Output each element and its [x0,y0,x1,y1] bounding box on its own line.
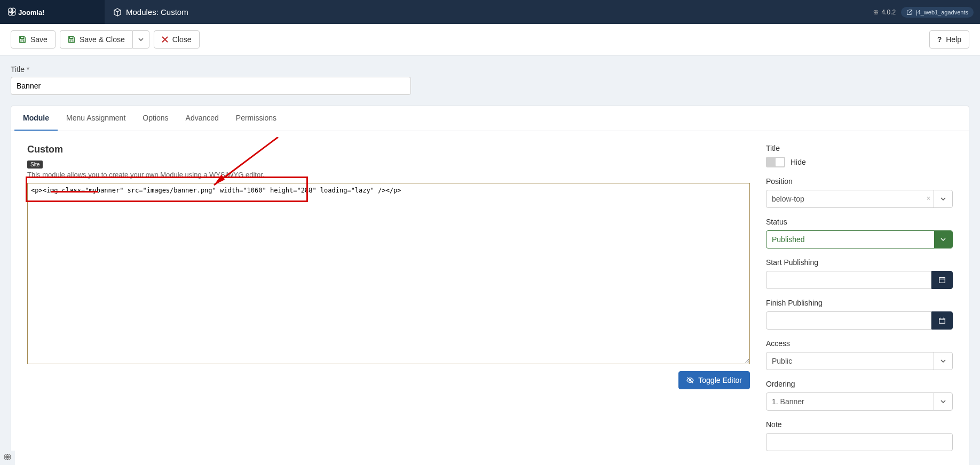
panel-right: Title Hide Position below-top × Stat [766,144,953,461]
chevron-down-icon [941,358,946,364]
status-label: Status [766,218,953,226]
chevron-down-icon [941,237,946,242]
title-toggle-switch[interactable] [766,157,785,167]
ordering-caret[interactable] [934,393,952,410]
content-area: Title * Module Menu Assignment Options A… [0,55,980,465]
save-close-group: Save & Close [60,30,149,49]
start-publishing-input[interactable] [766,271,931,289]
joomla-footer-icon [3,453,12,461]
brand-logo[interactable]: Joomla! [0,0,105,24]
external-link-icon [906,9,913,15]
position-caret[interactable] [934,190,952,207]
question-icon: ? [937,35,942,44]
svg-text:Joomla!: Joomla! [18,8,44,16]
position-label: Position [766,177,953,186]
position-clear[interactable]: × [923,190,934,207]
chevron-down-icon [941,399,946,404]
module-description: This module allows you to create your ow… [27,171,750,179]
page-title: Modules: Custom [126,7,188,17]
page-title-area: Modules: Custom [105,7,188,17]
save-close-dropdown[interactable] [132,30,149,49]
close-button[interactable]: Close [154,30,200,49]
tabs-container: Module Menu Assignment Options Advanced … [11,106,969,465]
site-link-pill[interactable]: j4_web1_agadvents [901,7,974,18]
tab-module[interactable]: Module [14,106,58,131]
chevron-down-icon [138,37,144,42]
position-select[interactable]: below-top × [766,190,953,208]
access-caret[interactable] [934,352,952,370]
title-toggle-text: Hide [791,158,806,166]
action-toolbar: Save Save & Close Close ? Help [0,24,980,55]
editor-textarea[interactable]: <p><img class="mybanner" src="images/ban… [27,183,750,364]
topbar-right: 4.0.2 j4_web1_agadvents [873,7,980,18]
status-select[interactable]: Published [766,230,953,248]
ordering-label: Ordering [766,380,953,388]
status-caret[interactable] [934,231,952,248]
svg-rect-13 [939,318,945,324]
topbar: Joomla! Modules: Custom 4.0.2 j4_web1_ag… [0,0,980,24]
toggle-editor-button[interactable]: Toggle Editor [678,371,750,389]
svg-point-8 [876,12,879,14]
version-indicator[interactable]: 4.0.2 [873,9,896,16]
chevron-down-icon [941,196,946,202]
save-icon [19,36,26,43]
save-close-button[interactable]: Save & Close [60,30,132,49]
tabbar: Module Menu Assignment Options Advanced … [11,106,969,131]
cube-icon [113,8,122,17]
help-button[interactable]: ? Help [929,30,969,49]
close-icon [162,36,168,43]
finish-publishing-calendar[interactable] [931,311,953,330]
title-toggle-label: Title [766,144,953,153]
tab-menu-assignment[interactable]: Menu Assignment [58,106,134,131]
start-publishing-calendar[interactable] [931,271,953,289]
finish-publishing-label: Finish Publishing [766,299,953,307]
svg-point-3 [11,11,15,15]
panel-left: Custom Site This module allows you to cr… [27,144,750,461]
module-panel: Custom Site This module allows you to cr… [11,131,969,465]
joomla-logo-icon: Joomla! [7,6,66,18]
save-button[interactable]: Save [11,30,56,49]
joomla-small-icon [873,9,879,15]
finish-publishing-input[interactable] [766,311,931,330]
access-label: Access [766,339,953,348]
tab-options[interactable]: Options [134,106,177,131]
eye-slash-icon [686,376,694,384]
title-label: Title * [11,65,969,74]
site-badge: Site [27,161,43,169]
calendar-icon [938,317,946,324]
footer-logo[interactable] [0,451,15,465]
ordering-select[interactable]: 1. Banner [766,392,953,411]
calendar-icon [938,276,946,284]
svg-rect-12 [939,278,945,283]
module-heading: Custom [27,144,750,155]
tab-advanced[interactable]: Advanced [177,106,227,131]
note-input[interactable] [766,433,953,451]
title-input[interactable] [11,77,411,95]
access-select[interactable]: Public [766,352,953,370]
editor-wrap: <p><img class="mybanner" src="images/ban… [27,183,750,366]
save-icon [68,36,75,43]
tab-permissions[interactable]: Permissions [227,106,285,131]
note-label: Note [766,420,953,429]
start-publishing-label: Start Publishing [766,258,953,267]
